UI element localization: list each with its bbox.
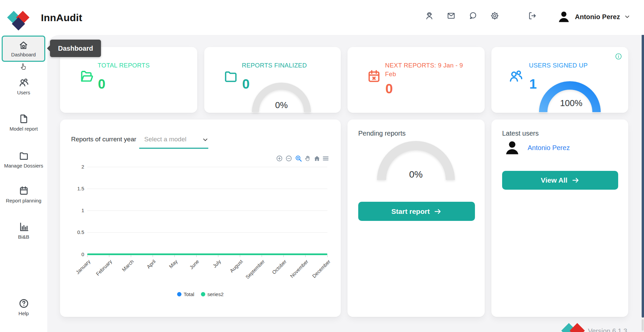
latest-user-name-link[interactable]: Antonio Perez	[528, 144, 570, 152]
sidebar-item-label: Help	[18, 311, 29, 316]
start-report-label: Start report	[391, 207, 430, 216]
home-icon	[18, 40, 29, 50]
x-axis-label: November	[289, 258, 309, 279]
select-underline	[139, 148, 208, 149]
box-zoom-icon[interactable]	[295, 155, 302, 162]
menu-icon[interactable]	[322, 155, 329, 162]
series2-line	[87, 253, 327, 255]
gauge-value: 0%	[252, 100, 311, 110]
sidebar-item-label: Model report	[9, 126, 38, 132]
x-axis-label: August	[229, 258, 244, 274]
folder-icon	[18, 150, 29, 161]
y-tick-label: 2	[67, 164, 84, 170]
logout-icon[interactable]	[528, 11, 537, 20]
sidebar-item-label: Users	[17, 90, 30, 95]
chat-icon[interactable]	[468, 11, 478, 20]
x-tick	[262, 255, 262, 257]
x-tick	[305, 255, 306, 257]
settings-icon[interactable]	[490, 11, 499, 20]
info-icon[interactable]	[615, 53, 622, 60]
card-value: 0	[242, 77, 250, 92]
x-axis-label: October	[271, 258, 287, 275]
users-signed-up-card: USERS SIGNED UP 1 100%	[491, 47, 628, 113]
panel-title: Latest users	[502, 130, 539, 137]
x-axis-label: February	[95, 258, 113, 277]
x-tick	[153, 255, 153, 257]
x-axis-label: May	[168, 258, 178, 269]
calendar-icon	[18, 185, 29, 196]
x-tick	[327, 255, 328, 257]
x-axis-label: March	[121, 258, 135, 272]
x-axis-label: April	[146, 258, 157, 270]
mail-icon[interactable]	[446, 11, 456, 20]
sidebar-item-label: Manage Dossiers	[4, 163, 43, 169]
sidebar-item-label: Dashboard	[11, 52, 36, 57]
sidebar-item-bib[interactable]: Bi&B	[0, 222, 47, 240]
zoom-out-icon[interactable]	[285, 155, 292, 162]
main-content: TOTAL REPORTS 0 REPORTS FINALIZED 0 0%	[47, 35, 644, 332]
legend-label: series2	[207, 291, 223, 297]
card-title: NEXT REPORTS: 9 Jan - 9 Feb	[385, 61, 466, 79]
gridline	[87, 167, 327, 167]
sidebar-item-manage-dossiers[interactable]: Manage Dossiers	[0, 150, 47, 169]
card-value: 0	[385, 81, 393, 96]
x-tick	[131, 255, 131, 257]
sidebar-item-label: Report planning	[6, 198, 42, 203]
bar-chart-icon	[18, 222, 29, 232]
y-tick-label: 1	[67, 207, 84, 213]
version-text: Version 6.1.3	[588, 327, 627, 332]
sidebar-item-label: Bi&B	[18, 234, 29, 240]
chevron-down-icon	[624, 13, 631, 20]
sidebar: Dashboard Users Model report	[0, 35, 47, 332]
pan-icon[interactable]	[304, 155, 312, 162]
card-title: TOTAL REPORTS	[98, 61, 181, 70]
reports-finalized-card: REPORTS FINALIZED 0 0%	[204, 47, 341, 113]
document-icon	[18, 113, 29, 124]
x-tick	[283, 255, 284, 257]
dashboard-tooltip: Dashboard	[50, 40, 101, 57]
scrollbar-track	[641, 29, 644, 332]
legend-item-series2[interactable]: series2	[201, 291, 223, 297]
model-select[interactable]: Select a model	[139, 134, 210, 148]
sidebar-item-dashboard[interactable]: Dashboard	[2, 36, 45, 62]
scrollbar-thumb[interactable]	[642, 30, 644, 318]
scrollbar-end	[642, 319, 644, 331]
users-icon	[18, 77, 29, 88]
sidebar-item-users[interactable]: Users	[0, 77, 47, 95]
sidebar-item-help[interactable]: Help	[0, 298, 47, 316]
legend-label: Total	[183, 291, 194, 297]
calendar-x-icon	[366, 68, 382, 84]
card-value: 1	[529, 77, 537, 92]
legend-dot-blue	[177, 292, 181, 296]
folder-open-icon	[79, 68, 94, 84]
y-tick-label: 0.5	[67, 229, 84, 235]
x-tick	[218, 255, 218, 257]
latest-user-row: Antonio Perez	[503, 138, 618, 157]
folder-icon	[223, 68, 238, 84]
legend-dot-green	[201, 292, 205, 296]
x-axis-label: December	[311, 258, 331, 279]
y-tick-label: 1.5	[67, 186, 84, 191]
x-tick	[174, 255, 175, 257]
brand-title: InnAudit	[41, 12, 82, 23]
user-name: Antonio Perez	[575, 13, 620, 21]
start-report-button[interactable]: Start report	[358, 202, 475, 221]
zoom-in-icon[interactable]	[276, 155, 283, 162]
legend-item-total[interactable]: Total	[177, 291, 194, 297]
reset-home-icon[interactable]	[313, 155, 321, 162]
users-icon	[508, 68, 524, 84]
model-select-placeholder: Select a model	[144, 136, 186, 143]
support-icon[interactable]	[425, 11, 434, 20]
x-axis-label: July	[212, 258, 222, 269]
innaudit-logo-icon	[7, 11, 31, 32]
view-all-button[interactable]: View All	[502, 171, 618, 190]
user-menu[interactable]: Antonio Perez	[557, 8, 634, 26]
sidebar-item-report-planning[interactable]: Report planning	[0, 185, 47, 203]
card-title: REPORTS FINALIZED	[242, 61, 326, 70]
card-value: 0	[98, 77, 105, 92]
sidebar-item-model-report[interactable]: Model report	[0, 113, 47, 132]
next-reports-card: NEXT REPORTS: 9 Jan - 9 Feb 0	[347, 47, 485, 113]
x-tick	[109, 255, 109, 257]
card-title: USERS SIGNED UP	[529, 61, 613, 70]
gridline	[87, 232, 327, 233]
